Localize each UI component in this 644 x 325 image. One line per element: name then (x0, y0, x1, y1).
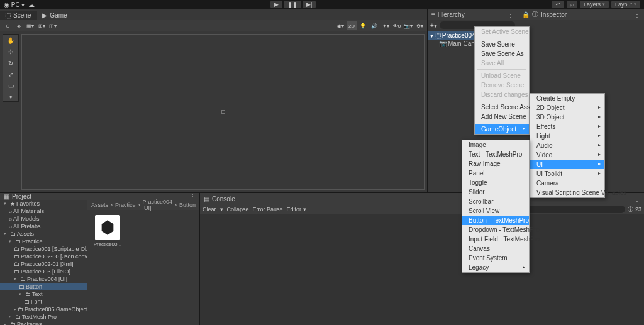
tab-console[interactable]: Console (212, 196, 235, 202)
hierarchy-icon: ≡ (431, 11, 435, 18)
menu-item[interactable]: Panel (462, 168, 529, 178)
2d-toggle[interactable]: 2D (347, 21, 357, 30)
more-icon[interactable]: ⋮ (634, 196, 640, 202)
menu-item[interactable]: Camera (530, 179, 604, 188)
menu-item[interactable]: Event System (462, 253, 529, 263)
tree-item[interactable]: 🗀 Button (0, 283, 87, 290)
menu-item[interactable]: Scroll View (462, 206, 529, 216)
fx-icon[interactable]: ✦▾ (380, 21, 391, 30)
collapse-button[interactable]: Collapse (227, 206, 249, 212)
scale-tool-icon[interactable]: ⤢ (3, 69, 18, 80)
tree-packages[interactable]: ▸🗀 Packages (0, 321, 87, 325)
errorpause-button[interactable]: Error Pause (253, 206, 283, 212)
layout-dropdown[interactable]: Layout (611, 1, 640, 8)
menu-item[interactable]: Audio (530, 141, 604, 150)
tab-inspector[interactable]: Inspector (541, 11, 567, 18)
tab-game[interactable]: ▶Game (37, 11, 73, 20)
tree-favorites[interactable]: ▾★ Favorites (0, 200, 87, 207)
menu-item[interactable]: Effects (530, 122, 604, 131)
step-button[interactable]: ▶| (303, 1, 316, 8)
tool-local-icon[interactable]: ◈ (14, 21, 24, 30)
tab-hierarchy[interactable]: Hierarchy (438, 11, 465, 18)
draw-mode-icon[interactable]: ◉▾ (335, 21, 345, 30)
tab-project[interactable]: Project (12, 193, 31, 200)
context-menu-scene: Set Active SceneSave SceneSave Scene AsS… (474, 26, 530, 135)
menu-item[interactable]: Scrollbar (462, 197, 529, 206)
asset-item[interactable]: Practice00... (92, 215, 123, 247)
tool-extra-icon[interactable]: ◫▾ (48, 21, 58, 30)
tool-snap-icon[interactable]: ⊞▾ (36, 21, 47, 30)
cloud-icon[interactable]: ☁ (28, 1, 35, 8)
hidden-icon[interactable]: 👁 0 (392, 21, 402, 30)
menu-item[interactable]: UI (530, 160, 604, 169)
menu-item[interactable]: Canvas (462, 244, 529, 253)
light-icon[interactable]: 💡 (358, 21, 368, 30)
tree-item[interactable]: ⌕ All Prefabs (0, 223, 87, 230)
menu-item[interactable]: Save Scene (475, 40, 529, 49)
menu-item[interactable]: Create Empty (530, 94, 604, 103)
tree-item[interactable]: ▾🗀 Practice004 [UI] (0, 275, 87, 283)
inspector-icon: ⓘ (532, 10, 538, 19)
layers-dropdown[interactable]: Layers (580, 1, 609, 8)
tree-assets[interactable]: ▾🗀 Assets (0, 230, 87, 238)
menu-item[interactable]: Save Scene As (475, 49, 529, 58)
menu-item[interactable]: 3D Object (530, 113, 604, 122)
transform-tool-icon[interactable]: ✦ (3, 91, 18, 102)
hand-tool-icon[interactable]: ✋ (3, 35, 18, 46)
menu-item[interactable]: Visual Scripting Scene Variables (530, 188, 604, 197)
tree-item[interactable]: ▸🗀 TextMesh Pro (0, 313, 87, 321)
menu-item[interactable]: Video (530, 150, 604, 160)
menu-item[interactable]: 2D Object (530, 103, 604, 113)
menu-item[interactable]: Image (462, 140, 529, 150)
camera-icon[interactable]: 📷▾ (403, 21, 413, 30)
tree-item[interactable]: ▸🗀 Practice005[GameObject basic] (0, 306, 87, 313)
menu-item[interactable]: GameObject (475, 124, 529, 134)
tool-grid-icon[interactable]: ▦▾ (25, 21, 35, 30)
editor-dropdown[interactable]: Editor ▾ (287, 206, 306, 212)
menu-item[interactable]: Legacy (462, 263, 529, 272)
menu-item[interactable]: Raw Image (462, 159, 529, 168)
menu-item[interactable]: Text - TextMeshPro (462, 150, 529, 159)
tree-item[interactable]: ▾🗀 Text (0, 290, 87, 298)
more-icon[interactable]: ⋮ (508, 11, 514, 18)
menu-item[interactable]: Dropdown - TextMeshPro (462, 225, 529, 234)
tree-item[interactable]: 🗀 Practice002-00 [Json convert(Newtonsof… (0, 253, 87, 260)
gizmos-icon[interactable]: ⚙▾ (414, 21, 425, 30)
audio-icon[interactable]: 🔊 (369, 21, 379, 30)
lock-icon[interactable]: 🔒 (522, 11, 530, 18)
rect-tool-icon[interactable]: ▭ (3, 80, 18, 91)
breadcrumb[interactable]: Assets › Practice › Practice004 [UI] › B… (87, 200, 199, 210)
tree-item[interactable]: ⌕ All Materials (0, 207, 87, 215)
tree-item[interactable]: 🗀 Practice001 [Scriptable Object] (0, 245, 87, 253)
menu-item[interactable]: UI Toolkit (530, 169, 604, 179)
menu-item[interactable]: Button - TextMeshPro (462, 216, 529, 225)
info-count[interactable]: ⓘ 23 (628, 206, 641, 214)
menu-item[interactable]: Toggle (462, 178, 529, 187)
tree-item[interactable]: 🗀 Practice002-01 [Xml] (0, 260, 87, 268)
more-icon[interactable]: ⋮ (189, 193, 196, 200)
clear-button[interactable]: Clear (203, 206, 216, 212)
pause-button[interactable]: ❚❚ (284, 1, 301, 8)
play-button[interactable]: ▶ (270, 1, 282, 8)
tree-item[interactable]: ⌕ All Models (0, 215, 87, 223)
tree-item[interactable]: 🗀 Practice003 [FileIO] (0, 268, 87, 275)
console-body[interactable] (200, 214, 644, 325)
search-icon[interactable]: ⌕ (567, 1, 577, 8)
scene-view[interactable]: ✋ ✢ ↻ ⤢ ▭ ✦ (0, 31, 427, 192)
menu-item[interactable]: Slider (462, 187, 529, 197)
rotate-tool-icon[interactable]: ↻ (3, 57, 18, 69)
tab-scene[interactable]: ⬚Scene (0, 11, 37, 20)
move-tool-icon[interactable]: ✢ (3, 46, 18, 57)
menu-item[interactable]: Input Field - TextMeshPro (462, 234, 529, 244)
tree-item[interactable]: 🗀 Font (0, 298, 87, 306)
viewport[interactable] (21, 34, 425, 190)
undo-history-icon[interactable]: ↶ (552, 1, 564, 8)
create-button[interactable]: +▾ (430, 22, 437, 29)
menu-item[interactable]: Add New Scene (475, 112, 529, 121)
account-menu[interactable]: ◉ PC ▾ (4, 1, 25, 8)
tree-item[interactable]: ▾🗀 Practice (0, 238, 87, 245)
menu-item[interactable]: Light (530, 131, 604, 141)
tool-pivot-icon[interactable]: ⊕ (3, 21, 13, 30)
more-icon[interactable]: ⋮ (634, 11, 640, 18)
menu-item[interactable]: Select Scene Asset (475, 102, 529, 112)
